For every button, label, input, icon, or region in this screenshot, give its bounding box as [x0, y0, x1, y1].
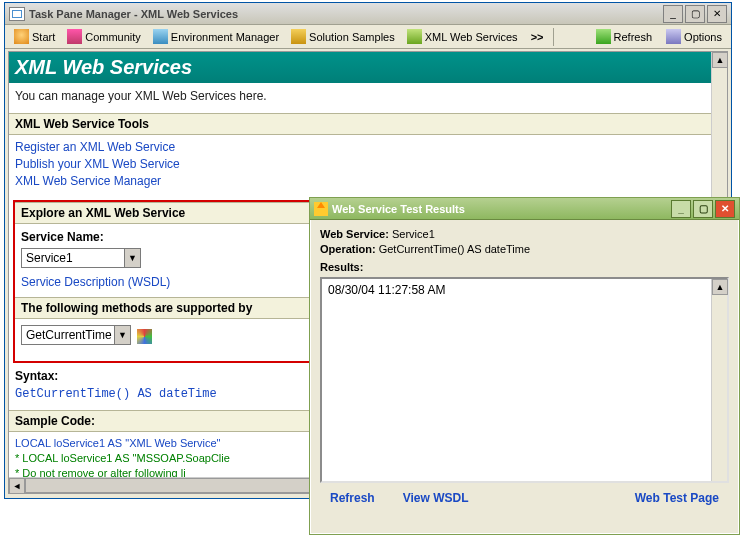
samples-icon — [291, 29, 306, 44]
method-select[interactable]: GetCurrentTime ▼ — [21, 325, 131, 345]
scroll-up-button[interactable]: ▲ — [712, 52, 728, 68]
results-maximize-button[interactable]: ▢ — [693, 200, 713, 218]
toolbar-more[interactable]: >> — [525, 31, 550, 43]
results-body: Web Service: Service1 Operation: GetCurr… — [310, 220, 739, 513]
link-register-service[interactable]: Register an XML Web Service — [15, 139, 705, 156]
results-minimize-button[interactable]: _ — [671, 200, 691, 218]
link-refresh-results[interactable]: Refresh — [330, 491, 375, 505]
results-titlebar[interactable]: Web Service Test Results _ ▢ ✕ — [310, 198, 739, 220]
toolbar-label: Solution Samples — [309, 31, 395, 43]
tools-links: Register an XML Web Service Publish your… — [9, 135, 711, 198]
toolbar-label: Community — [85, 31, 141, 43]
toolbar-start[interactable]: Start — [9, 27, 60, 46]
results-webservice-row: Web Service: Service1 — [320, 228, 729, 240]
results-window-title: Web Service Test Results — [332, 203, 669, 215]
results-close-button[interactable]: ✕ — [715, 200, 735, 218]
link-web-test-page[interactable]: Web Test Page — [635, 491, 719, 505]
toolbar-label: Environment Manager — [171, 31, 279, 43]
results-output[interactable]: 08/30/04 11:27:58 AM ▲ — [320, 277, 729, 483]
window-title: Task Pane Manager - XML Web Services — [29, 8, 663, 20]
environment-icon — [153, 29, 168, 44]
service-name-select[interactable]: Service1 ▼ — [21, 248, 141, 268]
toolbar-label: Start — [32, 31, 55, 43]
page-intro: You can manage your XML Web Services her… — [9, 83, 711, 113]
titlebar[interactable]: Task Pane Manager - XML Web Services _ ▢… — [5, 3, 731, 25]
community-icon — [67, 29, 82, 44]
toolbar-xml-web-services[interactable]: XML Web Services — [402, 27, 523, 46]
label-web-service: Web Service: — [320, 228, 389, 240]
link-view-wsdl[interactable]: View WSDL — [403, 491, 469, 505]
results-app-icon — [314, 202, 328, 216]
label-results: Results: — [320, 261, 363, 273]
value-web-service: Service1 — [392, 228, 435, 240]
results-footer: Refresh View WSDL Web Test Page — [320, 483, 729, 505]
dropdown-icon[interactable]: ▼ — [114, 326, 130, 344]
xml-icon — [407, 29, 422, 44]
toolbar-solution-samples[interactable]: Solution Samples — [286, 27, 400, 46]
page-header: XML Web Services — [9, 52, 711, 83]
toolbar: Start Community Environment Manager Solu… — [5, 25, 731, 49]
maximize-button[interactable]: ▢ — [685, 5, 705, 23]
value-operation: GetCurrentTime() AS dateTime — [379, 243, 530, 255]
toolbar-label: XML Web Services — [425, 31, 518, 43]
link-service-manager[interactable]: XML Web Service Manager — [15, 173, 705, 190]
toolbar-refresh[interactable]: Refresh — [591, 27, 658, 46]
results-operation-row: Operation: GetCurrentTime() AS dateTime — [320, 243, 729, 255]
toolbar-label: Options — [684, 31, 722, 43]
toolbar-label: Refresh — [614, 31, 653, 43]
results-output-text: 08/30/04 11:27:58 AM — [322, 279, 727, 301]
section-tools-head: XML Web Service Tools — [9, 113, 711, 135]
run-method-icon[interactable] — [137, 329, 152, 344]
dropdown-icon[interactable]: ▼ — [124, 249, 140, 267]
label-operation: Operation: — [320, 243, 376, 255]
toolbar-separator — [553, 28, 554, 46]
link-publish-service[interactable]: Publish your XML Web Service — [15, 156, 705, 173]
home-icon — [14, 29, 29, 44]
app-icon — [9, 7, 25, 21]
toolbar-environment-manager[interactable]: Environment Manager — [148, 27, 284, 46]
scroll-left-button[interactable]: ◄ — [9, 478, 25, 494]
toolbar-community[interactable]: Community — [62, 27, 146, 46]
toolbar-options[interactable]: Options — [661, 27, 727, 46]
test-results-window: Web Service Test Results _ ▢ ✕ Web Servi… — [309, 197, 740, 535]
results-scrollbar[interactable]: ▲ — [711, 279, 727, 481]
close-button[interactable]: ✕ — [707, 5, 727, 23]
service-name-value: Service1 — [22, 249, 140, 267]
minimize-button[interactable]: _ — [663, 5, 683, 23]
scroll-up-button[interactable]: ▲ — [712, 279, 728, 295]
refresh-icon — [596, 29, 611, 44]
options-icon — [666, 29, 681, 44]
